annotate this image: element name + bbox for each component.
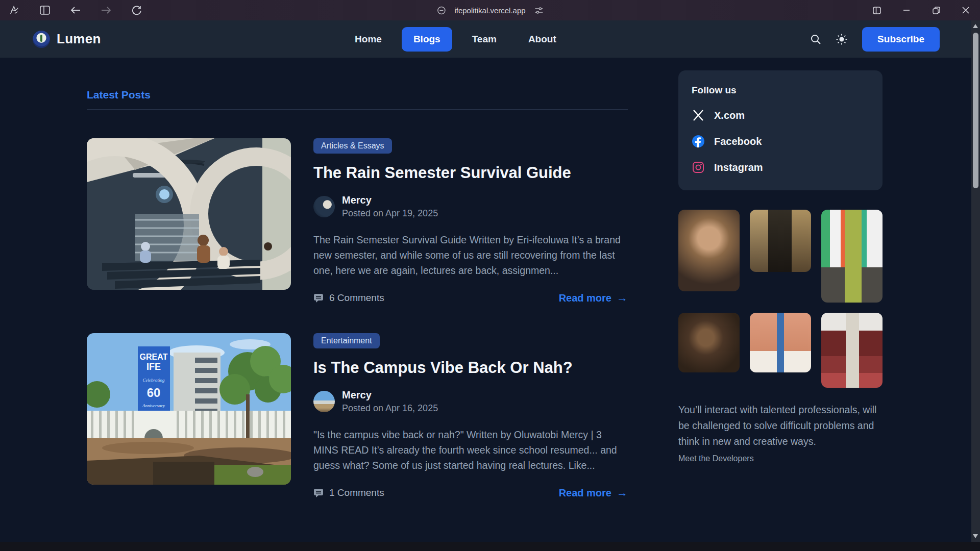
- developer-photo-4: [678, 313, 740, 372]
- nav-link-blogs[interactable]: Blogs: [402, 27, 452, 52]
- developer-photo-6: [821, 313, 883, 388]
- comment-icon: [313, 293, 324, 303]
- split-view-icon[interactable]: [871, 4, 883, 16]
- social-label: X.com: [714, 110, 745, 121]
- tune-icon[interactable]: [533, 4, 545, 16]
- social-link-facebook[interactable]: Facebook: [692, 135, 869, 148]
- nav-links: Home Blogs Team About: [343, 27, 568, 52]
- brand-logo-link[interactable]: Lumen: [33, 31, 101, 48]
- meet-developers-link[interactable]: Meet the Developers: [678, 454, 883, 463]
- nav-link-home[interactable]: Home: [343, 27, 394, 52]
- author-row: Mercy Posted on Apr 16, 2025: [313, 389, 628, 414]
- developer-photo-2: [750, 210, 811, 272]
- sidebar: Follow us X.com: [678, 58, 883, 499]
- category-badge[interactable]: Entertainment: [313, 333, 380, 348]
- nav-link-about[interactable]: About: [517, 27, 568, 52]
- sun-icon[interactable]: [836, 33, 848, 45]
- developer-photo-1: [678, 210, 740, 291]
- forward-icon[interactable]: [100, 4, 112, 16]
- page-viewport: Lumen Home Blogs Team About: [0, 20, 971, 542]
- follow-title: Follow us: [692, 85, 869, 96]
- back-icon[interactable]: [69, 4, 82, 16]
- link-icon: [435, 4, 447, 16]
- developer-photo-3: [821, 210, 883, 303]
- svg-text:Celebrating: Celebrating: [143, 378, 165, 383]
- social-label: Instagram: [714, 162, 763, 173]
- svg-text:GREAT: GREAT: [140, 353, 168, 361]
- comments-link[interactable]: 1 Comments: [313, 487, 384, 498]
- x-icon: [692, 109, 705, 122]
- developer-gallery: [678, 210, 883, 388]
- post-card: Articles & Essays The Rain Semester Surv…: [87, 138, 628, 305]
- comments-count: 1 Comments: [329, 487, 384, 498]
- search-icon[interactable]: [810, 34, 821, 45]
- svg-text:IFE: IFE: [146, 362, 161, 372]
- developer-photo-5: [750, 313, 811, 372]
- browser-titlebar: ifepolitikal.vercel.app: [0, 0, 980, 20]
- url-text: ifepolitikal.vercel.app: [454, 6, 525, 15]
- author-avatar: [313, 391, 335, 412]
- read-more-label: Read more: [559, 292, 611, 304]
- developers-blurb: You’ll interact with talented profession…: [678, 402, 883, 449]
- zen-logo-icon[interactable]: [8, 4, 20, 16]
- author-name: Mercy: [342, 194, 438, 206]
- svg-text:60: 60: [147, 386, 161, 399]
- comments-count: 6 Comments: [329, 292, 384, 304]
- read-more-link[interactable]: Read more: [559, 291, 628, 305]
- window-bottom-edge: [0, 542, 980, 551]
- posts-section: Latest Posts: [87, 58, 628, 499]
- svg-text:Anniversary: Anniversary: [142, 403, 165, 408]
- follow-card: Follow us X.com: [678, 70, 883, 190]
- nav-link-team[interactable]: Team: [460, 27, 508, 52]
- reload-icon[interactable]: [131, 4, 143, 16]
- site-navbar: Lumen Home Blogs Team About: [0, 20, 971, 58]
- section-title: Latest Posts: [87, 89, 628, 101]
- subscribe-button[interactable]: Subscribe: [862, 27, 940, 52]
- posted-date: Posted on Apr 19, 2025: [342, 208, 438, 219]
- close-icon[interactable]: [960, 4, 972, 16]
- brand-name: Lumen: [57, 31, 101, 47]
- read-more-link[interactable]: Read more: [559, 486, 628, 499]
- university-seal-icon: [33, 31, 50, 48]
- url-bar[interactable]: ifepolitikal.vercel.app: [435, 0, 545, 20]
- post-title[interactable]: Is The Campus Vibe Back Or Nah?: [313, 359, 628, 377]
- author-row: Mercy Posted on Apr 19, 2025: [313, 194, 628, 219]
- post-image-lecture-hall[interactable]: [87, 138, 291, 290]
- category-badge[interactable]: Articles & Essays: [313, 138, 392, 154]
- arrow-right-icon: [617, 291, 628, 305]
- instagram-icon: [692, 161, 705, 174]
- scrollbar-thumb[interactable]: [973, 33, 978, 188]
- social-link-instagram[interactable]: Instagram: [692, 161, 869, 174]
- arrow-right-icon: [617, 486, 628, 499]
- minimize-icon[interactable]: [900, 4, 913, 16]
- post-excerpt: The Rain Semester Survival Guide Written…: [313, 232, 626, 278]
- author-avatar: [313, 196, 335, 217]
- post-image-campus-gate[interactable]: GREAT IFE Celebrating 60 Anniversary Adv…: [87, 333, 291, 485]
- post-card: GREAT IFE Celebrating 60 Anniversary Adv…: [87, 333, 628, 499]
- divider: [87, 109, 628, 110]
- scrollbar-track[interactable]: [971, 20, 980, 542]
- posted-date: Posted on Apr 16, 2025: [342, 403, 438, 414]
- author-name: Mercy: [342, 389, 438, 401]
- social-label: Facebook: [714, 136, 762, 147]
- restore-icon[interactable]: [930, 4, 942, 16]
- read-more-label: Read more: [559, 487, 611, 499]
- comments-link[interactable]: 6 Comments: [313, 292, 384, 304]
- facebook-icon: [692, 135, 705, 148]
- scroll-down-arrow[interactable]: [973, 534, 978, 538]
- comment-icon: [313, 488, 324, 498]
- post-excerpt: "Is the campus vibe back or nah?" Writte…: [313, 427, 626, 473]
- scroll-up-arrow[interactable]: [973, 24, 978, 28]
- post-title[interactable]: The Rain Semester Survival Guide: [313, 164, 628, 182]
- social-link-x[interactable]: X.com: [692, 109, 869, 122]
- sidebar-toggle-icon[interactable]: [39, 4, 51, 16]
